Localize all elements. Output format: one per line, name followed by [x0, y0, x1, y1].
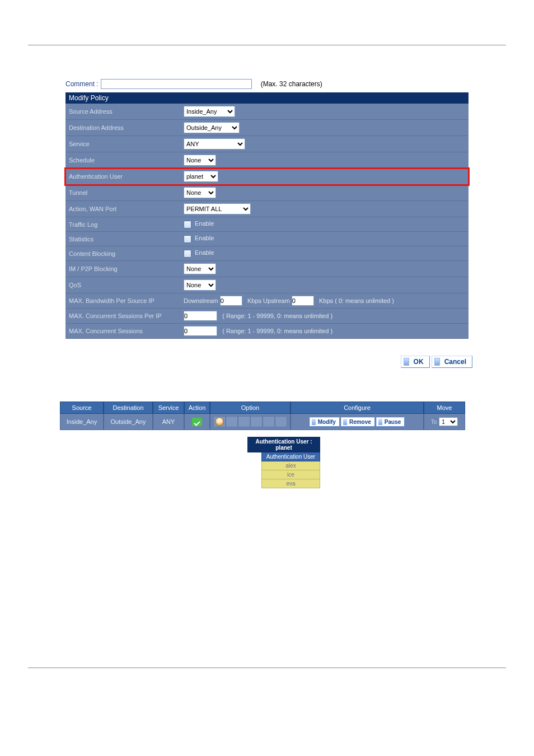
statistics-enable: Enable — [195, 235, 214, 241]
permit-icon — [192, 418, 202, 426]
auth-user-tooltip: Authentication User : planet Authenticat… — [247, 437, 320, 488]
move-select[interactable]: 1 — [439, 417, 458, 426]
action-wan-label: Action, WAN Port — [65, 201, 180, 217]
qos-label: QoS — [65, 277, 180, 293]
traffic-log-checkbox[interactable] — [184, 221, 191, 228]
col-source: Source — [60, 402, 104, 414]
tooltip-user: eva — [261, 479, 320, 488]
content-blocking-checkbox[interactable] — [184, 250, 191, 258]
row-destination: Outside_Any — [104, 414, 153, 430]
remove-button[interactable]: Remove — [341, 417, 375, 427]
auth-user-select[interactable]: planet — [184, 171, 218, 182]
tooltip-user: alex — [261, 461, 320, 470]
max-sess-input[interactable] — [184, 326, 217, 336]
bw-suffix: Kbps ( 0: means unlimited ) — [319, 297, 394, 304]
col-destination: Destination — [104, 402, 153, 414]
source-address-select[interactable]: Inside_Any — [184, 106, 235, 117]
destination-address-label: Destination Address — [65, 120, 180, 136]
max-sess-ip-hint: ( Range: 1 - 99999, 0: means unlimited ) — [222, 312, 332, 319]
col-service: Service — [153, 402, 184, 414]
col-configure: Configure — [291, 402, 424, 414]
comment-label: Comment : — [65, 80, 99, 88]
traffic-log-label: Traffic Log — [65, 217, 180, 232]
auth-user-label: Authentication User — [65, 169, 180, 185]
source-address-label: Source Address — [65, 104, 180, 120]
action-wan-select[interactable]: PERMIT ALL — [184, 203, 251, 214]
ok-button[interactable]: OK — [401, 356, 430, 368]
upstream-input[interactable] — [292, 296, 314, 306]
section-header: Modify Policy — [65, 92, 469, 104]
service-label: Service — [65, 136, 180, 152]
downstream-label: Downstream — [184, 297, 218, 304]
statistics-label: Statistics — [65, 232, 180, 246]
service-select[interactable]: ANY — [184, 138, 245, 150]
downstream-input[interactable] — [220, 296, 242, 306]
row-action — [184, 414, 210, 430]
cancel-button[interactable]: Cancel — [432, 356, 472, 368]
row-move: To 1 — [424, 414, 465, 430]
max-sess-ip-input[interactable] — [184, 311, 217, 321]
upstream-label: Kbps Upstream — [247, 297, 290, 304]
tooltip-title: Authentication User : planet — [247, 437, 320, 452]
im-p2p-select[interactable]: None — [184, 263, 216, 274]
modify-button[interactable]: Modify — [310, 417, 340, 427]
col-option: Option — [210, 402, 291, 414]
schedule-select[interactable]: None — [184, 155, 216, 166]
content-blocking-label: Content Blocking — [65, 246, 180, 261]
schedule-label: Schedule — [65, 152, 180, 169]
max-sess-hint: ( Range: 1 - 99999, 0: means unlimited ) — [222, 328, 332, 334]
col-move: Move — [424, 402, 465, 414]
col-action: Action — [184, 402, 210, 414]
qos-select[interactable]: None — [184, 279, 216, 291]
im-p2p-label: IM / P2P Blocking — [65, 261, 180, 277]
max-sess-label: MAX. Concurrent Sessions — [65, 324, 180, 339]
tunnel-select[interactable]: None — [184, 187, 216, 198]
comment-hint: (Max. 32 characters) — [261, 80, 322, 88]
tunnel-label: Tunnel — [65, 185, 180, 201]
user-icon — [215, 417, 224, 426]
max-bw-label: MAX. Bandwidth Per Source IP — [65, 293, 180, 309]
row-service: ANY — [153, 414, 184, 430]
destination-address-select[interactable]: Outside_Any — [184, 122, 240, 133]
move-to-label: To — [431, 419, 437, 425]
statistics-checkbox[interactable] — [184, 235, 191, 243]
content-blocking-enable: Enable — [195, 249, 214, 256]
max-sess-ip-label: MAX. Concurrent Sessions Per IP — [65, 309, 180, 324]
comment-input[interactable] — [101, 79, 252, 89]
row-source: Inside_Any — [60, 414, 104, 430]
row-configure: Modify Remove Pause — [291, 414, 424, 430]
pause-button[interactable]: Pause — [376, 417, 405, 427]
tooltip-header: Authentication User — [261, 452, 320, 461]
row-option — [210, 414, 291, 430]
tooltip-user: ice — [261, 470, 320, 479]
traffic-log-enable: Enable — [195, 220, 214, 227]
